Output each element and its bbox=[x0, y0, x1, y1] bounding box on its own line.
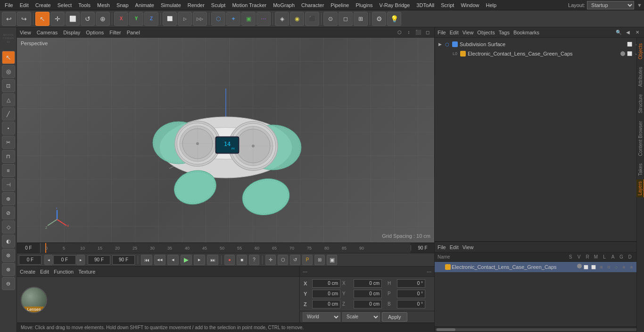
menu-vray[interactable]: V-Ray Bridge bbox=[377, 1, 413, 9]
render-region-button[interactable]: ▷ bbox=[178, 12, 192, 26]
menu-mesh[interactable]: Mesh bbox=[94, 1, 113, 9]
playback-end1-input[interactable] bbox=[88, 255, 110, 265]
axis-x-button[interactable]: X bbox=[114, 12, 128, 26]
attr-icon-s3[interactable]: ⬜ bbox=[590, 264, 597, 270]
viewport-menu-view[interactable]: View bbox=[20, 30, 31, 35]
viewport-menu-panel[interactable]: Panel bbox=[127, 30, 140, 35]
redo-button[interactable]: ↪ bbox=[17, 12, 31, 26]
lens-icon-1[interactable] bbox=[620, 51, 625, 56]
obj-mgr-menu-file[interactable]: File bbox=[438, 30, 446, 35]
render-settings-button[interactable]: 💡 bbox=[387, 12, 401, 26]
attr-menu-file[interactable]: File bbox=[438, 244, 446, 250]
obj-mgr-close-icon[interactable]: ✕ bbox=[634, 29, 641, 36]
lens-icon-2[interactable]: ⬜ bbox=[626, 50, 633, 57]
tool-point[interactable]: • bbox=[2, 121, 15, 135]
goto-start-btn[interactable]: ⏮ bbox=[141, 255, 152, 265]
coord-y-pos[interactable] bbox=[312, 290, 340, 298]
tool-scale[interactable]: ⊡ bbox=[2, 79, 15, 92]
rotate-tool-button[interactable]: ↺ bbox=[81, 12, 95, 26]
attr-icon-s7[interactable]: ⊕ bbox=[620, 264, 627, 270]
viewport-icon-1[interactable]: ⬡ bbox=[396, 29, 403, 36]
move-tool-button[interactable]: ✛ bbox=[50, 12, 65, 26]
subdiv-icon-1[interactable]: ⬜ bbox=[626, 41, 633, 48]
menu-help[interactable]: Help bbox=[483, 1, 500, 9]
camera-button[interactable]: ◈ bbox=[275, 12, 289, 26]
attr-menu-view[interactable]: View bbox=[462, 244, 474, 250]
coord-y-pos2[interactable] bbox=[354, 290, 382, 298]
scale-tool-button[interactable]: ⬜ bbox=[66, 12, 80, 26]
playback-end2-input[interactable] bbox=[112, 255, 135, 265]
menu-mograph[interactable]: MoGraph bbox=[270, 1, 297, 9]
tool-knife[interactable]: ✂ bbox=[2, 136, 15, 149]
coord-h-val[interactable] bbox=[397, 279, 425, 288]
attr-row-lens-case[interactable]: Electronic_Contact_Lens_Case_Green_Caps … bbox=[435, 262, 644, 272]
viewport-canvas[interactable]: Perspective Grid Spacing : 10 cm bbox=[17, 38, 434, 243]
menu-render[interactable]: Render bbox=[185, 1, 207, 9]
particle-button[interactable]: ⊙ bbox=[323, 12, 338, 26]
material-menu-texture[interactable]: Texture bbox=[78, 269, 95, 275]
obj-mgr-collapse-icon[interactable]: ◀ bbox=[624, 29, 632, 36]
playback-current-input[interactable] bbox=[53, 255, 76, 265]
menu-pipeline[interactable]: Pipeline bbox=[328, 1, 352, 9]
coord-p-val[interactable] bbox=[397, 290, 425, 298]
spline-button[interactable]: ✦ bbox=[226, 12, 240, 26]
viewport-icon-3[interactable]: ⬛ bbox=[414, 29, 422, 36]
cube-button[interactable]: ⬡ bbox=[211, 12, 225, 26]
menu-tools[interactable]: Tools bbox=[75, 1, 93, 9]
tool-polygon[interactable]: △ bbox=[2, 93, 15, 106]
deformer-button[interactable]: ⋯ bbox=[256, 12, 271, 26]
layout-dropdown[interactable]: Startup bbox=[587, 1, 634, 9]
light-button[interactable]: ◉ bbox=[290, 12, 304, 26]
play-forward-btn[interactable]: ▶ bbox=[181, 255, 192, 265]
tool-move[interactable]: ↖ bbox=[2, 51, 15, 64]
axis-y-button[interactable]: Y bbox=[129, 12, 143, 26]
obj-mgr-menu-objects[interactable]: Objects bbox=[477, 30, 495, 35]
material-ball[interactable]: Lenses bbox=[21, 287, 47, 313]
step-forward-btn[interactable]: ▸ bbox=[194, 255, 205, 265]
goto-end-btn[interactable]: ⏭ bbox=[207, 255, 218, 265]
menu-animate[interactable]: Animate bbox=[132, 1, 157, 9]
coord-z-pos2[interactable] bbox=[354, 300, 382, 308]
coord-x-pos2[interactable] bbox=[354, 279, 382, 288]
stop-btn[interactable]: ■ bbox=[237, 255, 247, 265]
tool-mirror[interactable]: ⊣ bbox=[2, 178, 15, 191]
attr-icon-s4[interactable]: ⊞ bbox=[598, 264, 604, 270]
step-backward-btn[interactable]: ◂ bbox=[167, 255, 179, 265]
right-tab-layers[interactable]: Layers bbox=[636, 179, 644, 197]
viewport-menu-filter[interactable]: Filter bbox=[109, 30, 121, 35]
attr-icon-s6[interactable]: ◇ bbox=[613, 264, 619, 270]
tool-rotate[interactable]: ◎ bbox=[2, 65, 15, 78]
menu-edit[interactable]: Edit bbox=[17, 1, 32, 9]
attr-icon-s8[interactable]: ⊗ bbox=[628, 264, 635, 270]
obj-mgr-search-icon[interactable]: 🔍 bbox=[615, 29, 622, 36]
axis-z-button[interactable]: Z bbox=[144, 12, 158, 26]
tool-magnet[interactable]: ⊗ bbox=[2, 263, 15, 276]
menu-snap[interactable]: Snap bbox=[114, 1, 132, 9]
tool-weld[interactable]: ⊕ bbox=[2, 192, 15, 205]
effector-button[interactable]: ⊞ bbox=[354, 12, 368, 26]
menu-window[interactable]: Window bbox=[458, 1, 482, 9]
viewport-icon-2[interactable]: ↕ bbox=[405, 29, 413, 36]
viewport-menu-display[interactable]: Display bbox=[63, 30, 80, 35]
scrollbar-track[interactable] bbox=[436, 328, 643, 331]
right-tab-takes[interactable]: Takes bbox=[637, 160, 644, 179]
param-mode-btn[interactable]: P bbox=[302, 255, 313, 265]
increase-frame-btn[interactable]: ▸ bbox=[76, 255, 85, 265]
nurbs-button[interactable]: ▣ bbox=[241, 12, 256, 26]
menu-plugins[interactable]: Plugins bbox=[353, 1, 375, 9]
object-mode-button[interactable]: ⬜ bbox=[163, 12, 177, 26]
field-button[interactable]: ◻ bbox=[339, 12, 353, 26]
tool-paint[interactable]: ◐ bbox=[2, 235, 15, 248]
decrease-frame-btn[interactable]: ◂ bbox=[44, 255, 53, 265]
tool-extrude[interactable]: ⊓ bbox=[2, 150, 15, 163]
tool-measure[interactable]: ⊖ bbox=[2, 277, 15, 290]
grid-mode-btn[interactable]: ⊞ bbox=[314, 255, 325, 265]
scale-mode-btn[interactable]: ⬡ bbox=[278, 255, 288, 265]
menu-script[interactable]: Script bbox=[438, 1, 457, 9]
menu-3dtoall[interactable]: 3DToAll bbox=[413, 1, 437, 9]
tool-dissolve[interactable]: ⊘ bbox=[2, 206, 15, 219]
floor-button[interactable]: ⬛ bbox=[305, 12, 319, 26]
tool-bridge[interactable]: ≡ bbox=[2, 164, 15, 177]
tool-bevel[interactable]: ◇ bbox=[2, 220, 15, 234]
timeline-track[interactable]: 0 5 10 15 20 25 30 35 40 45 50 55 60 65 … bbox=[41, 243, 411, 253]
